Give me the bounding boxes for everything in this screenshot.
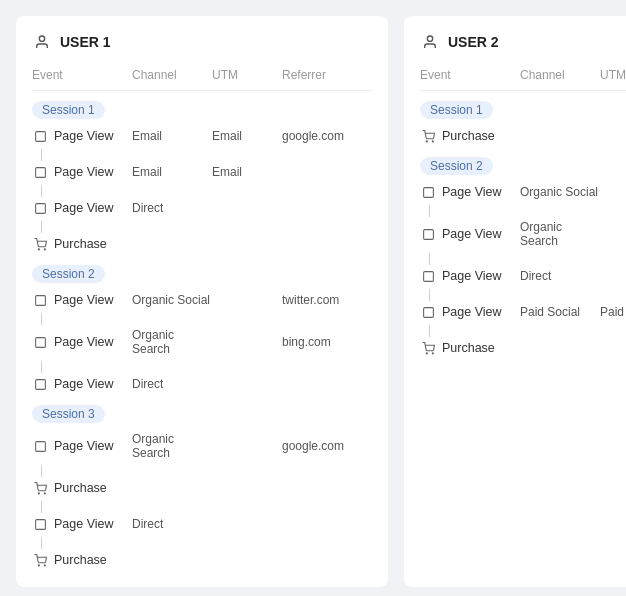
event-name-text: Purchase <box>54 481 107 495</box>
session-badge-1: Session 2 <box>420 147 626 181</box>
event-name-cell: Page View <box>32 128 132 144</box>
column-header: Channel <box>520 68 600 82</box>
event-connector: | <box>420 323 626 337</box>
event-connector: | <box>420 287 626 301</box>
event-utm: Email <box>212 165 282 179</box>
purchase-icon <box>32 480 48 496</box>
svg-point-5 <box>44 248 45 249</box>
event-name-text: Page View <box>54 293 114 307</box>
svg-rect-19 <box>423 229 433 239</box>
svg-rect-7 <box>35 337 45 347</box>
main-container: USER 1 EventChannelUTMReferrerSession 1P… <box>16 16 610 587</box>
page-view-icon <box>420 268 436 284</box>
event-name-text: Page View <box>54 335 114 349</box>
user-panel-user2: USER 2 EventChannelUTMReferrerSession 1P… <box>404 16 626 587</box>
user-label: USER 2 <box>448 34 499 50</box>
event-channel: Email <box>132 165 212 179</box>
session-label: Session 3 <box>32 405 105 423</box>
user-icon <box>420 32 440 52</box>
purchase-icon <box>420 128 436 144</box>
event-connector: | <box>32 499 372 513</box>
event-channel: Organic Search <box>132 328 212 356</box>
event-name-text: Page View <box>442 269 502 283</box>
svg-rect-1 <box>35 131 45 141</box>
event-connector: | <box>32 535 372 549</box>
event-name-text: Page View <box>54 517 114 531</box>
event-name-cell: Purchase <box>32 236 132 252</box>
event-row: Page ViewDirect <box>32 513 372 535</box>
event-name-cell: Purchase <box>32 480 132 496</box>
event-connector: | <box>420 251 626 265</box>
session-badge-0: Session 1 <box>32 91 372 125</box>
event-row: Page ViewOrganic Socialtwitter.com <box>420 181 626 203</box>
event-row: Page ViewPaid SocialPaid Socialtwitter.c… <box>420 301 626 323</box>
event-name-cell: Page View <box>420 268 520 284</box>
session-label: Session 2 <box>420 157 493 175</box>
svg-point-13 <box>38 564 39 565</box>
event-referrer: google.com <box>282 439 372 453</box>
page-view-icon <box>32 438 48 454</box>
page-view-icon <box>32 164 48 180</box>
page-view-icon <box>420 226 436 242</box>
svg-rect-21 <box>423 307 433 317</box>
event-row: Page ViewOrganic Searchbing.com <box>32 325 372 359</box>
event-channel: Direct <box>520 269 600 283</box>
event-connector: | <box>32 311 372 325</box>
event-name-cell: Page View <box>32 516 132 532</box>
event-channel: Organic Search <box>520 220 600 248</box>
event-name-text: Page View <box>54 439 114 453</box>
event-connector: | <box>420 203 626 217</box>
user-header-user2: USER 2 <box>420 32 626 52</box>
event-name-cell: Page View <box>32 334 132 350</box>
event-name-cell: Page View <box>420 184 520 200</box>
event-row: Page ViewEmailEmailgoogle.com <box>32 125 372 147</box>
user-label: USER 1 <box>60 34 111 50</box>
event-row: Page ViewDirect <box>32 197 372 219</box>
column-header: Referrer <box>282 68 372 82</box>
svg-rect-8 <box>35 379 45 389</box>
event-channel: Direct <box>132 517 212 531</box>
event-name-text: Purchase <box>54 553 107 567</box>
svg-rect-9 <box>35 441 45 451</box>
user-icon <box>32 32 52 52</box>
event-channel: Organic Social <box>132 293 212 307</box>
event-name-text: Purchase <box>54 237 107 251</box>
event-row: Purchase <box>32 233 372 255</box>
event-name-cell: Page View <box>32 376 132 392</box>
svg-point-17 <box>432 140 433 141</box>
svg-point-4 <box>38 248 39 249</box>
event-name-cell: Page View <box>32 438 132 454</box>
event-utm: Email <box>212 129 282 143</box>
event-name-cell: Page View <box>420 304 520 320</box>
purchase-icon <box>32 552 48 568</box>
svg-rect-20 <box>423 271 433 281</box>
svg-point-22 <box>426 352 427 353</box>
purchase-icon <box>32 236 48 252</box>
session-badge-0: Session 1 <box>420 91 626 125</box>
event-referrer: bing.com <box>282 335 372 349</box>
column-header: Channel <box>132 68 212 82</box>
event-connector: | <box>32 147 372 161</box>
event-name-cell: Page View <box>32 164 132 180</box>
event-name-text: Purchase <box>442 341 495 355</box>
page-view-icon <box>32 334 48 350</box>
event-name-cell: Purchase <box>32 552 132 568</box>
event-name-text: Page View <box>442 305 502 319</box>
svg-point-11 <box>44 492 45 493</box>
event-name-cell: Page View <box>32 292 132 308</box>
event-name-text: Page View <box>54 129 114 143</box>
event-row: Page ViewDirect <box>32 373 372 395</box>
page-view-icon <box>32 292 48 308</box>
event-connector: | <box>32 183 372 197</box>
session-label: Session 1 <box>32 101 105 119</box>
purchase-icon <box>420 340 436 356</box>
column-headers: EventChannelUTMReferrer <box>420 68 626 91</box>
event-row: Purchase <box>420 337 626 359</box>
event-row: Purchase <box>420 125 626 147</box>
session-label: Session 2 <box>32 265 105 283</box>
event-connector: | <box>32 219 372 233</box>
event-row: Page ViewDirect <box>420 265 626 287</box>
column-header: Event <box>420 68 520 82</box>
event-row: Purchase <box>32 477 372 499</box>
event-name-cell: Purchase <box>420 128 520 144</box>
